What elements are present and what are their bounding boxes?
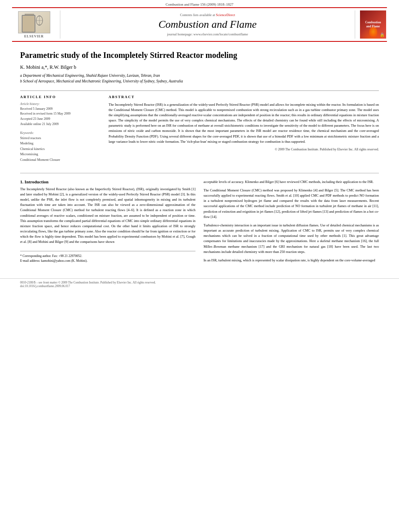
issn-text: 0010-2180/$ – see front matter © 2009 Th… <box>20 281 379 284</box>
citation-bar: Combustion and Flame 156 (2009) 1818–182… <box>0 0 399 7</box>
journal-citation: Combustion and Flame 156 (2009) 1818–182… <box>166 2 234 6</box>
intro-col2-p1: acceptable levels of accuracy. Klimenko … <box>204 179 379 185</box>
lock-icon: 🔒 <box>380 33 385 37</box>
keyword-5: Conditional Moment Closure <box>20 157 101 163</box>
divider-1 <box>20 90 379 91</box>
intro-heading: 1. Introduction <box>20 179 195 184</box>
elsevier-text: ELSEVIER <box>24 35 43 38</box>
body-col-left: 1. Introduction The Incompletely Stirred… <box>20 179 195 266</box>
copyright-line: © 2009 The Combustion Institute. Publish… <box>109 148 379 151</box>
intro-col2-p3: Turbulence-chemistry interaction is an i… <box>204 223 379 255</box>
keyword-2: Modeling <box>20 141 101 146</box>
elsevier-logo: ELSEVIER <box>12 10 60 39</box>
contents-available-text: Contents lists available at ScienceDirec… <box>180 13 235 17</box>
affiliation-b: b School of Aerospace, Mechanical and Me… <box>20 78 379 84</box>
journal-homepage: journal homepage: www.elsevier.com/locat… <box>167 32 248 36</box>
abstract-column: ABSTRACT The Incompletely Stirred Reacto… <box>109 95 379 167</box>
svg-rect-1 <box>27 16 32 23</box>
keywords-section: Keywords: Stirred reactors Modeling Chem… <box>20 131 101 163</box>
footnote-area: * Corresponding author. Fax: +98 21 2297… <box>20 251 195 263</box>
footnote-email: E-mail address: kamohini@yahoo.com (K. M… <box>20 259 195 263</box>
abstract-text: The Incompletely Stirred Reactor (ISR) i… <box>109 102 379 144</box>
combustion-logo-box: Combustion and Flame 🔒 <box>360 10 386 39</box>
journal-logo-right: Combustion and Flame 🔒 <box>355 10 387 39</box>
doi-text: doi:10.1016/j.combustflame.2009.06.017 <box>20 284 379 288</box>
bottom-bar: 0010-2180/$ – see front matter © 2009 Th… <box>0 278 399 290</box>
keywords-list: Stirred reactors Modeling Chemical kinet… <box>20 136 101 163</box>
abstract-title: ABSTRACT <box>109 95 379 99</box>
affiliation-a: a Department of Mechanical Engineering, … <box>20 73 379 78</box>
article-history: Article history: Received 5 January 2009… <box>20 102 101 127</box>
paper-content: Parametric study of the Incompletely Sti… <box>0 42 399 274</box>
revised-date: Received in revised form 15 May 2009 <box>20 111 101 117</box>
body-text-area: 1. Introduction The Incompletely Stirred… <box>20 179 379 266</box>
footnote-corresponding: * Corresponding author. Fax: +98 21 2297… <box>20 254 195 259</box>
journal-header: ELSEVIER Contents lists available at Sci… <box>12 7 387 42</box>
keyword-3: Chemical kinetics <box>20 146 101 152</box>
intro-col2-p4: In an ISR, turbulent mixing, which is re… <box>204 258 379 263</box>
keyword-4: Micromixing <box>20 152 101 157</box>
paper-title: Parametric study of the Incompletely Sti… <box>20 50 379 60</box>
combustion-box-text: Combustion and Flame <box>365 21 381 29</box>
sciencedirect-link[interactable]: ScienceDirect <box>216 13 235 17</box>
intro-col2-p2: The Conditional Moment Closure (CMC) met… <box>204 188 379 220</box>
body-col-right: acceptable levels of accuracy. Klimenko … <box>204 179 379 266</box>
accepted-date: Accepted 23 June 2009 <box>20 117 101 122</box>
article-info-column: ARTICLE INFO Article history: Received 5… <box>20 95 101 167</box>
affiliations: a Department of Mechanical Engineering, … <box>20 73 379 84</box>
article-info-abstract: ARTICLE INFO Article history: Received 5… <box>20 95 379 167</box>
authors: K. Mobini a,*, R.W. Bilger b <box>20 64 379 70</box>
received-date: Received 5 January 2009 <box>20 107 101 112</box>
elsevier-logo-image <box>18 11 50 33</box>
keyword-1: Stirred reactors <box>20 136 101 141</box>
journal-title: Combustion and Flame <box>158 18 257 31</box>
svg-rect-0 <box>25 14 34 28</box>
intro-col1-p1: The Incompletely Stirred Reactor (also k… <box>20 187 195 245</box>
journal-center: Contents lists available at ScienceDirec… <box>60 10 355 39</box>
section-divider <box>20 173 379 173</box>
available-date: Available online 21 July 2009 <box>20 122 101 127</box>
article-info-title: ARTICLE INFO <box>20 95 101 99</box>
